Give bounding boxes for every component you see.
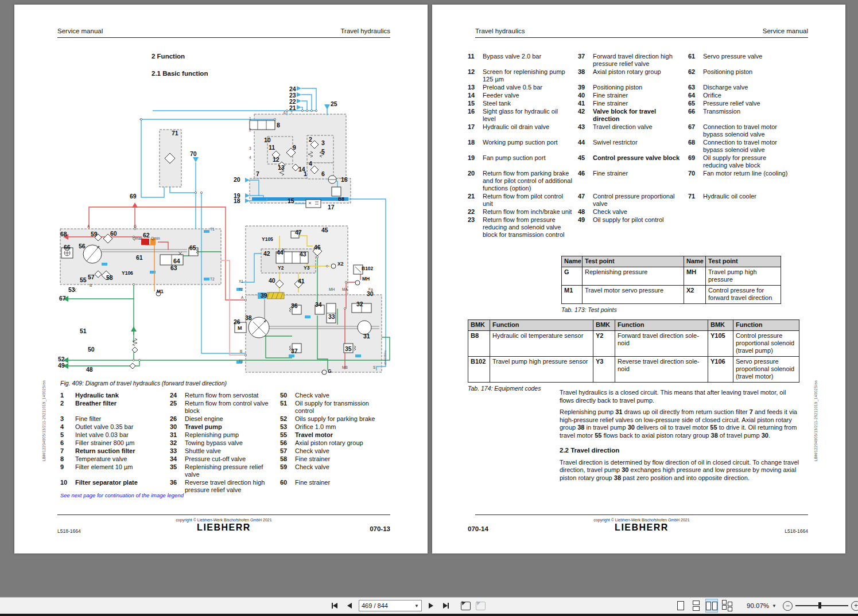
right-legend: 11Bypass valve 2.0 bar37Forward travel d… <box>468 53 801 239</box>
previous-page-button[interactable] <box>344 600 355 611</box>
diagram-label: MH <box>329 287 335 291</box>
legend-item-number: 20 <box>468 170 483 192</box>
footer-rule <box>57 514 390 515</box>
legend-item-text: Axial piston rotary group <box>593 68 688 83</box>
legend-item-text: Check valve <box>295 447 382 455</box>
two-page-view-button[interactable] <box>705 599 718 613</box>
zoom-level-value[interactable]: 90.07% <box>747 602 769 609</box>
zoom-slider-handle[interactable] <box>818 602 821 609</box>
next-view-button[interactable] <box>475 600 486 611</box>
legend-item-number: 47 <box>578 193 593 208</box>
legend-item-text: Travel motor <box>295 431 382 439</box>
diagram-label: 13 <box>278 164 285 171</box>
diagram-label: 20 <box>234 176 240 183</box>
zoom-in-button[interactable]: + <box>851 601 858 611</box>
paragraph: Replenishing pump 31 draws up oil direct… <box>560 408 799 439</box>
first-page-button[interactable] <box>329 600 340 611</box>
continuous-view-button[interactable] <box>690 599 702 613</box>
diagram-label: Y105 <box>262 236 273 242</box>
diagram-label: 1 <box>249 116 251 120</box>
diagram-label: 70 <box>190 150 197 157</box>
diagram-label: 4 <box>249 155 251 159</box>
legend-item-number: 12 <box>468 68 483 83</box>
legend-item-number: 7 <box>60 447 75 455</box>
legend-item-text: Fan motor return line (cooling) <box>703 170 795 192</box>
single-page-view-button[interactable] <box>674 599 687 613</box>
legend-item-text: Return flow from inch/brake unit <box>483 208 578 216</box>
liebherr-logo: LIEBHERR <box>57 523 390 533</box>
legend-item-number: 9 <box>60 463 75 478</box>
legend-item-number: 44 <box>578 139 593 154</box>
diagram-label: 7 <box>256 170 259 177</box>
zoom-out-button[interactable]: − <box>783 601 793 611</box>
copyright-line: copyright © Liebherr-Werk Bischofshofen … <box>475 518 808 522</box>
zoom-slider[interactable] <box>795 605 848 606</box>
legend-item-text: Towing bypass valve <box>185 439 280 447</box>
diagram-label: 3 <box>249 146 251 150</box>
legend-item-text: Oils supply for parking brake <box>295 415 382 423</box>
legend-item-text: Hydraulic oil drain valve <box>483 123 578 138</box>
single-page-icon <box>677 601 684 610</box>
legend-item-number: 56 <box>280 439 295 447</box>
legend-item-text: Bypass valve 2.0 bar <box>483 53 578 68</box>
legend-item-text: Fine strainer <box>593 100 688 107</box>
chevron-down-icon[interactable]: ▼ <box>772 603 777 609</box>
sidebar-doc-id: LBH/12204905/13/211-20211019_140025/en <box>814 380 818 461</box>
diagram-label: 49 <box>58 362 65 369</box>
diagram-label: T1 <box>210 227 215 231</box>
diagram-label: 47 <box>295 229 302 236</box>
legend-item-text: Replenishing pressure relief valve <box>185 463 280 478</box>
legend-item-number: 33 <box>170 447 185 455</box>
first-page-icon <box>333 603 337 609</box>
diagram-label: M1 <box>157 288 164 294</box>
diagram-label: 65 <box>189 244 196 251</box>
table-cell: B8 <box>468 331 490 357</box>
diagram-label: 11 <box>269 144 275 151</box>
diagram-label: Qmin <box>151 236 160 240</box>
legend-item-number: 46 <box>578 170 593 192</box>
legend-item-text: Transmission <box>703 108 795 123</box>
legend-item-number: 3 <box>60 415 75 423</box>
diagram-label: 32 <box>356 301 363 307</box>
legend-item-number: 61 <box>688 53 703 68</box>
continuation-note[interactable]: See next page for continuation of the im… <box>60 492 184 498</box>
legend-item-number: 15 <box>468 100 483 107</box>
legend-item-text: Oil supply for pilot control <box>593 216 688 239</box>
previous-view-button[interactable] <box>460 600 471 611</box>
two-page-continuous-view-button[interactable] <box>721 599 733 613</box>
table-header: BMK <box>593 320 615 331</box>
legend-item-number: 31 <box>170 431 185 439</box>
table-cell: Forward travel direction sole­noid <box>615 331 708 357</box>
legend-item-text: Fine strainer <box>593 92 688 99</box>
left-page-header: Service manual Travel hydraulics <box>57 28 390 34</box>
legend-item-number: 25 <box>170 400 185 415</box>
legend-item-text: Return flow from control valve block <box>185 400 280 415</box>
diagram-label: B102 <box>362 266 373 271</box>
body-text: Travel hydraulics is a closed circuit. T… <box>560 389 799 486</box>
next-page-button[interactable] <box>425 600 437 611</box>
legend-item-number: 30 <box>170 423 185 431</box>
liebherr-logo: LIEBHERR <box>475 523 808 533</box>
table-header: Test point <box>706 256 781 267</box>
legend-item-text: Breather filter <box>75 400 170 415</box>
diagram-label: MB <box>342 365 348 369</box>
legend-item-number: 23 <box>468 216 483 239</box>
diagram-label: 35 <box>345 345 352 352</box>
table-cell: Control pressure for forward travel dire… <box>706 286 781 304</box>
test-points-table-block: NameTest pointNameTest pointGReplenishin… <box>561 256 781 313</box>
diagram-label: S <box>373 365 375 369</box>
diagram-label: X1 <box>239 279 243 283</box>
legend-item-number: 34 <box>170 455 185 463</box>
last-page-button[interactable] <box>440 600 452 611</box>
header-right: Service manual <box>763 28 808 34</box>
legend-item-number: 50 <box>280 392 295 399</box>
diagram-label: 15 <box>288 197 294 204</box>
legend-item-text: Orifice 1.0 mm <box>295 423 382 431</box>
table-cell: M1 <box>562 286 583 304</box>
doc-code: L518-1664 <box>57 528 81 534</box>
legend-item-number <box>688 208 703 216</box>
diagram-label: 4 <box>309 160 312 167</box>
diagram-label: B <box>240 349 242 353</box>
diagram-label: 6 <box>284 111 286 115</box>
page-number-field[interactable]: 469 / 844 ▼ <box>359 600 422 611</box>
